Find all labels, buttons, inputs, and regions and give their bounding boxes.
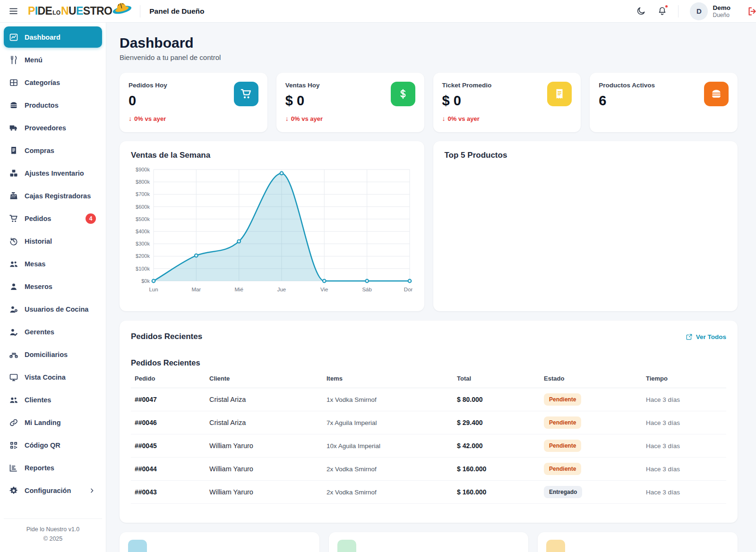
- order-row-0044[interactable]: ##0044William Yaruro2x Vodka Smirnof$ 16…: [131, 458, 726, 481]
- sidebar-item-compras[interactable]: Compras: [4, 140, 102, 161]
- status-badge: Pendiente: [544, 416, 581, 429]
- sidebar-item-configuracion[interactable]: Configuración: [4, 480, 102, 501]
- column-header-items: Items: [326, 375, 457, 382]
- sidebar-item-historial[interactable]: Historial: [4, 230, 102, 252]
- sidebar-item-label: Compras: [25, 147, 54, 154]
- svg-text:Mié: Mié: [234, 287, 243, 292]
- svg-text:Dom: Dom: [404, 287, 412, 292]
- sidebar-item-categorias[interactable]: Categorías: [4, 72, 102, 93]
- chart-line-icon: [9, 33, 18, 42]
- order-client: Cristal Ariza: [209, 396, 326, 403]
- stat-card-body: Productos Activos6: [599, 82, 655, 125]
- sidebar-item-ajustes-inventario[interactable]: Ajustes Inventario: [4, 162, 102, 184]
- burger-stat-icon: [704, 82, 729, 106]
- stat-card-ventas-hoy: Ventas Hoy$ 0↓0% vs ayer: [276, 73, 424, 132]
- boxes-icon: [9, 169, 18, 178]
- sidebar-footer: Pide lo Nuestro v1.0 © 2025: [4, 518, 102, 552]
- svg-text:$100k: $100k: [136, 266, 150, 272]
- recent-orders-title: Pedidos Recientes: [131, 332, 202, 341]
- quick-action-card[interactable]: [120, 532, 319, 552]
- quick-action-card[interactable]: [329, 532, 529, 552]
- logout-button[interactable]: [744, 3, 756, 20]
- recent-orders-header: Pedidos Recientes Ver Todos: [131, 332, 726, 341]
- sidebar-item-mesas[interactable]: Mesas: [4, 253, 102, 274]
- dark-mode-toggle[interactable]: [632, 3, 649, 20]
- sidebar-item-label: Meseros: [25, 283, 52, 290]
- order-items: 1x Vodka Smirnof: [326, 396, 457, 403]
- sidebar-item-productos[interactable]: Productos: [4, 94, 102, 116]
- truck-icon: [9, 123, 18, 133]
- external-icon: [686, 333, 693, 340]
- cart-icon: [240, 88, 252, 100]
- sidebar-item-vista-cocina[interactable]: Vista Cocina: [4, 366, 102, 388]
- svg-text:$500k: $500k: [136, 216, 150, 222]
- brand-logo[interactable]: PIDELONUESTRO: [28, 6, 131, 17]
- sidebar-item-gerentes[interactable]: Gerentes: [4, 321, 102, 342]
- sidebar-item-label: Domiciliarios: [25, 351, 68, 358]
- sidebar-item-proveedores[interactable]: Proveedores: [4, 117, 102, 138]
- stat-value: $ 0: [442, 94, 492, 108]
- order-row-0045[interactable]: ##0045William Yaruro10x Aguila Imperial$…: [131, 434, 726, 458]
- page-subtitle: Bienvenido a tu panel de control: [120, 53, 738, 61]
- order-total: $ 42.000: [457, 442, 544, 450]
- sidebar-item-pedidos[interactable]: Pedidos4: [4, 208, 102, 229]
- brand-letter: U: [69, 6, 76, 17]
- orders-count-badge: 4: [86, 213, 96, 224]
- sidebar-item-domiciliarios[interactable]: Domiciliarios: [4, 344, 102, 365]
- sidebar-item-label: Ajustes Inventario: [25, 170, 84, 177]
- recent-orders-panel: Pedidos Recientes Ver Todos Pedidos Reci…: [120, 321, 738, 523]
- page-title: Dashboard: [120, 35, 738, 51]
- sidebar-item-cajas-registradoras[interactable]: Cajas Registradoras: [4, 185, 102, 206]
- menu-icon: [9, 6, 18, 16]
- status-badge: Pendiente: [544, 440, 581, 452]
- hamburger-menu-button[interactable]: [5, 3, 22, 20]
- utensils-icon: [9, 55, 18, 65]
- user-menu[interactable]: D Demo Dueño: [690, 2, 730, 20]
- gear-icon: [9, 486, 18, 495]
- users-icon: [9, 259, 18, 269]
- order-time: Hace 3 días: [646, 466, 722, 473]
- logout-icon: [747, 6, 756, 17]
- quick-action-card[interactable]: [538, 532, 738, 552]
- brand-letter: S: [83, 6, 90, 17]
- sidebar-item-meseros[interactable]: Meseros: [4, 276, 102, 297]
- down-arrow-icon: ↓: [129, 115, 132, 122]
- sidebar-item-codigo-qr[interactable]: Código QR: [4, 434, 102, 456]
- sidebar-item-menu[interactable]: Menú: [4, 49, 102, 70]
- sidebar-item-clientes[interactable]: Clientes: [4, 389, 102, 410]
- view-all-link[interactable]: Ver Todos: [686, 333, 726, 340]
- sidebar-item-dashboard[interactable]: Dashboard: [4, 26, 102, 48]
- sidebar-item-reportes[interactable]: Reportes: [4, 457, 102, 478]
- sidebar-item-usuarios-de-cocina[interactable]: Usuarios de Cocina: [4, 298, 102, 320]
- order-row-0047[interactable]: ##0047Cristal Ariza1x Vodka Smirnof$ 80.…: [131, 388, 726, 411]
- order-client: William Yaruro: [209, 442, 326, 450]
- order-time: Hace 3 días: [646, 396, 722, 403]
- receipt-stat-icon: [547, 82, 572, 106]
- svg-text:$800k: $800k: [136, 179, 150, 185]
- order-row-0046[interactable]: ##0046Cristal Ariza7x Aguila Imperial$ 2…: [131, 411, 726, 434]
- order-row-0043[interactable]: ##0043William Yaruro2x Vodka Smirnof$ 16…: [131, 481, 726, 504]
- brand-letter: T: [90, 6, 96, 17]
- brand-letter: E: [45, 6, 52, 17]
- status-badge: Pendiente: [544, 463, 581, 475]
- order-items: 7x Aguila Imperial: [326, 419, 457, 426]
- copyright: © 2025: [4, 535, 102, 544]
- sidebar-item-label: Usuarios de Cocina: [25, 306, 88, 313]
- sidebar-item-label: Mesas: [25, 260, 45, 268]
- quick-action-icon: [546, 540, 565, 552]
- stat-card-body: Pedidos Hoy0↓0% vs ayer: [129, 82, 167, 125]
- sidebar-item-label: Menú: [25, 56, 43, 64]
- notifications-button[interactable]: [653, 3, 670, 20]
- main-content: Dashboard Bienvenido a tu panel de contr…: [106, 23, 756, 552]
- svg-text:$300k: $300k: [136, 241, 150, 246]
- sidebar: DashboardMenúCategoríasProductosProveedo…: [0, 23, 106, 552]
- orders-table-header: PedidoClienteItemsTotalEstadoTiempo: [131, 375, 726, 388]
- sidebar-item-mi-landing[interactable]: Mi Landing: [4, 412, 102, 433]
- order-status-cell: Pendiente: [544, 416, 646, 429]
- order-client: William Yaruro: [209, 488, 326, 496]
- svg-text:Lun: Lun: [149, 287, 158, 292]
- app-version: Pide lo Nuestro v1.0: [4, 525, 102, 534]
- panel-title: Panel de Dueño: [149, 7, 204, 16]
- view-all-label: Ver Todos: [696, 333, 726, 340]
- sidebar-item-label: Configuración: [25, 487, 71, 494]
